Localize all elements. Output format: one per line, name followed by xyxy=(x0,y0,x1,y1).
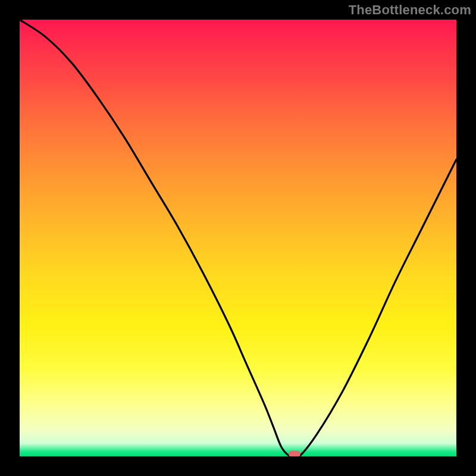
attribution-text: TheBottleneck.com xyxy=(349,2,471,18)
valley-marker xyxy=(289,451,300,456)
plot-area xyxy=(20,20,456,456)
bottleneck-curve-path xyxy=(20,20,456,456)
chart-root: TheBottleneck.com xyxy=(0,0,476,476)
curve-layer xyxy=(20,20,456,456)
